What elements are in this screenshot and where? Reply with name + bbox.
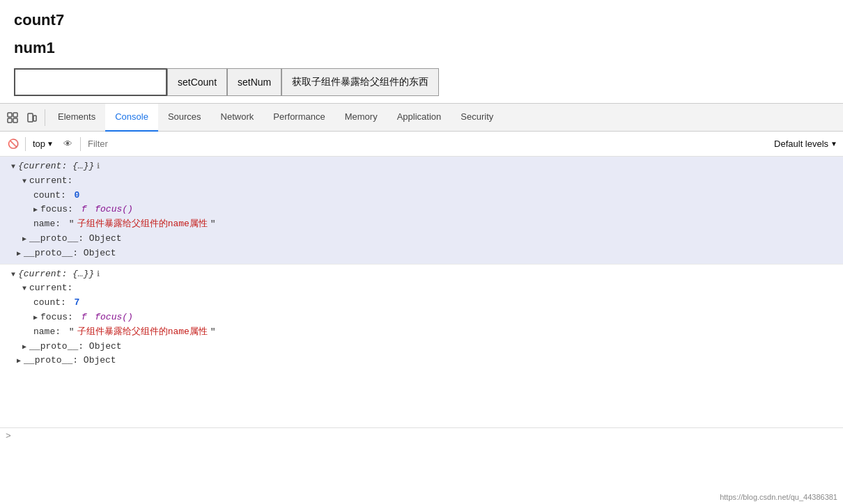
log-entry-1-proto2: __proto__: Object (11, 246, 837, 261)
eye-icon[interactable]: 👁 (61, 136, 76, 152)
expand-current-1[interactable] (22, 174, 26, 189)
controls-row: setCount setNum 获取子组件暴露给父组件的东西 (14, 68, 829, 96)
devtools-panel: Elements Console Sources Network Perform… (0, 103, 843, 444)
tab-console[interactable]: Console (105, 104, 158, 132)
device-icon[interactable] (22, 108, 42, 127)
inspect-icon[interactable] (3, 108, 22, 127)
svg-rect-2 (8, 118, 12, 123)
svg-rect-4 (28, 113, 33, 122)
console-prompt: > (6, 431, 11, 441)
proto1-arrow-1[interactable] (22, 232, 26, 246)
devtools-tabbar: Elements Console Sources Network Perform… (0, 104, 843, 132)
setnum-button[interactable]: setNum (227, 68, 281, 96)
log-entry-2-name: name: "子组件暴露给父组件的name属性" (11, 325, 837, 340)
tab-memory[interactable]: Memory (335, 104, 387, 132)
tab-performance[interactable]: Performance (263, 104, 334, 132)
count-display: count7 (14, 11, 829, 29)
info-icon-2[interactable]: ℹ (97, 269, 100, 281)
tab-separator (45, 109, 45, 126)
console-input-row: > (0, 427, 843, 444)
log-entry-1-focus: focus: f focus() (11, 203, 837, 217)
num-display: num1 (14, 39, 829, 57)
tab-elements[interactable]: Elements (48, 104, 105, 132)
console-output: {current: {…}} ℹ current: count: 0 focus… (0, 157, 843, 427)
log-entry-1-summary: {current: {…}} ℹ (11, 159, 837, 174)
log-entry-1-count: count: 0 (11, 189, 837, 203)
log-entry-1: {current: {…}} ℹ current: count: 0 focus… (0, 157, 843, 265)
svg-rect-5 (33, 116, 36, 121)
log-entry-2-proto2: __proto__: Object (11, 354, 837, 368)
clear-console-icon[interactable]: 🚫 (6, 136, 21, 152)
proto1-arrow-2[interactable] (22, 340, 26, 354)
info-icon-1[interactable]: ℹ (97, 161, 100, 173)
page-content: count7 num1 setCount setNum 获取子组件暴露给父组件的… (0, 0, 843, 103)
expand-icon-2[interactable] (11, 267, 15, 282)
levels-dropdown[interactable]: Default levels ▼ (774, 139, 837, 149)
log-entry-2-summary: {current: {…}} ℹ (11, 267, 837, 282)
log-entry-1-proto1: __proto__: Object (11, 232, 837, 246)
log-entry-1-current: current: (11, 174, 837, 189)
console-toolbar: 🚫 top ▼ 👁 Default levels ▼ (0, 132, 843, 157)
tab-application[interactable]: Application (387, 104, 451, 132)
tab-network[interactable]: Network (211, 104, 264, 132)
tab-sources[interactable]: Sources (158, 104, 211, 132)
filter-input[interactable] (85, 139, 770, 149)
levels-chevron-icon: ▼ (830, 140, 837, 148)
log-entry-2: {current: {…}} ℹ current: count: 7 focus… (0, 265, 843, 372)
log-entry-2-count: count: 7 (11, 296, 837, 310)
expand-current-2[interactable] (22, 281, 26, 296)
svg-rect-1 (13, 113, 17, 117)
focus-arrow-1[interactable] (33, 203, 38, 217)
toolbar-sep2 (80, 137, 81, 151)
expand-icon-1[interactable] (11, 159, 15, 174)
toolbar-sep1 (25, 137, 26, 151)
value-input[interactable] (14, 68, 167, 96)
log-entry-2-proto1: __proto__: Object (11, 340, 837, 354)
tab-security[interactable]: Security (451, 104, 503, 132)
setcount-button[interactable]: setCount (167, 68, 227, 96)
svg-rect-0 (8, 113, 12, 117)
watermark: https://blog.csdn.net/qu_44386381 (720, 493, 837, 501)
proto2-arrow-2[interactable] (17, 354, 21, 368)
log-entry-1-name: name: "子组件暴露给父组件的name属性" (11, 217, 837, 232)
proto2-arrow-1[interactable] (17, 246, 21, 261)
context-selector[interactable]: top ▼ (30, 137, 56, 150)
expose-button[interactable]: 获取子组件暴露给父组件的东西 (281, 68, 439, 96)
log-entry-2-focus: focus: f focus() (11, 310, 837, 325)
focus-arrow-2[interactable] (33, 310, 38, 325)
log-entry-2-current: current: (11, 281, 837, 296)
svg-rect-3 (13, 118, 17, 123)
chevron-down-icon: ▼ (47, 140, 54, 148)
